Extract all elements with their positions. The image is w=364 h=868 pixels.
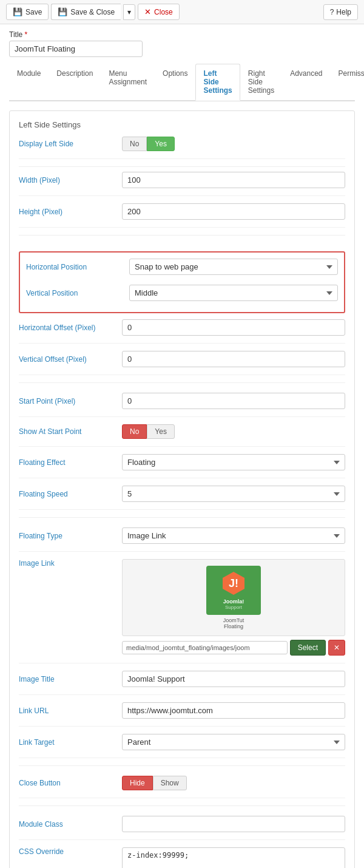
close-button-show[interactable]: Show — [153, 776, 187, 790]
image-preview-box: J! Joomla! Support JoomTut Floating — [122, 559, 345, 636]
vertical-position-row: Vertical Position Middle Top Bottom — [26, 285, 338, 306]
vertical-offset-row: Vertical Offset (Pixel) — [19, 351, 345, 375]
close-icon: ✕ — [144, 7, 151, 16]
horizontal-position-select[interactable]: Snap to web page Left Right Center — [129, 259, 338, 275]
show-at-start-point-no[interactable]: No — [122, 424, 147, 439]
module-class-row: Module Class — [19, 816, 345, 840]
floating-effect-row: Floating Effect Floating Fixed Scroll — [19, 454, 345, 478]
section-title: Left Side Settings — [19, 120, 345, 129]
help-icon: ? — [330, 8, 334, 16]
horizontal-offset-input[interactable] — [122, 319, 345, 336]
floating-type-select[interactable]: Image Link Text Link Custom HTML — [122, 527, 345, 544]
tab-bar: Module Description Menu Assignment Optio… — [9, 63, 355, 101]
start-point-label: Start Point (Pixel) — [19, 397, 122, 405]
save-close-button[interactable]: 💾 Save & Close — [51, 4, 121, 20]
css-override-row: CSS Override z-index:99999; — [19, 847, 345, 868]
vertical-offset-input[interactable] — [122, 351, 345, 367]
save-close-icon: 💾 — [58, 7, 67, 16]
title-field-group: Title * — [9, 30, 355, 57]
save-icon: 💾 — [13, 7, 22, 16]
horizontal-offset-row: Horizontal Offset (Pixel) — [19, 319, 345, 344]
select-image-button[interactable]: Select — [290, 640, 326, 656]
horizontal-offset-label: Horizontal Offset (Pixel) — [19, 324, 122, 332]
divider-6 — [19, 805, 345, 806]
close-button-label: Close Button — [19, 779, 122, 787]
floating-effect-select[interactable]: Floating Fixed Scroll — [122, 454, 345, 470]
svg-text:J!: J! — [229, 577, 238, 589]
horizontal-position-row: Horizontal Position Snap to web page Lef… — [26, 259, 338, 280]
width-label: Width (Pixel) — [19, 176, 122, 185]
save-button[interactable]: 💾 Save — [6, 4, 49, 20]
help-button[interactable]: ? Help — [323, 4, 358, 20]
toolbar: 💾 Save 💾 Save & Close ▾ ✕ Close ? Help — [0, 0, 364, 24]
floating-speed-row: Floating Speed 1234 567 8910 — [19, 486, 345, 510]
width-input[interactable] — [122, 172, 345, 188]
link-url-label: Link URL — [19, 707, 122, 715]
display-left-side-row: Display Left Side No Yes — [19, 137, 345, 159]
divider-2 — [19, 235, 345, 236]
required-indicator: * — [25, 30, 28, 39]
floating-type-row: Floating Type Image Link Text Link Custo… — [19, 527, 345, 552]
display-left-side-label: Display Left Side — [19, 140, 122, 148]
tab-module[interactable]: Module — [9, 64, 49, 101]
tab-right-side-settings[interactable]: Right Side Settings — [240, 64, 282, 101]
image-title-input[interactable] — [122, 671, 345, 687]
display-left-side-no[interactable]: No — [122, 137, 147, 151]
floating-effect-label: Floating Effect — [19, 458, 122, 467]
tab-description[interactable]: Description — [49, 64, 101, 101]
show-at-start-point-label: Show At Start Point — [19, 427, 122, 436]
link-target-select[interactable]: Parent _blank _self _top — [122, 734, 345, 750]
image-title-row: Image Title — [19, 671, 345, 695]
file-input-row: Select ✕ — [122, 640, 345, 656]
start-point-input[interactable] — [122, 393, 345, 409]
start-point-row: Start Point (Pixel) — [19, 393, 345, 417]
width-row: Width (Pixel) — [19, 172, 345, 196]
close-label: Close — [154, 8, 173, 16]
tab-permissions[interactable]: Permissions — [331, 64, 364, 101]
vertical-position-label: Vertical Position — [26, 289, 129, 297]
divider-4 — [19, 517, 345, 518]
remove-image-button[interactable]: ✕ — [328, 640, 345, 656]
tab-menu-assignment[interactable]: Menu Assignment — [101, 64, 155, 101]
link-target-row: Link Target Parent _blank _self _top — [19, 734, 345, 758]
tab-left-side-settings[interactable]: Left Side Settings — [195, 64, 240, 101]
floating-speed-select[interactable]: 1234 567 8910 — [122, 486, 345, 502]
link-url-input[interactable] — [122, 702, 345, 719]
close-button-hide[interactable]: Hide — [122, 776, 153, 790]
vertical-position-select[interactable]: Middle Top Bottom — [129, 285, 338, 301]
divider-1 — [19, 166, 345, 167]
height-row: Height (Pixel) — [19, 203, 345, 228]
show-at-start-point-yes[interactable]: Yes — [147, 424, 175, 439]
close-button-toggle: Hide Show — [122, 776, 345, 790]
tab-options[interactable]: Options — [155, 64, 195, 101]
image-link-row: Image Link J! — [19, 559, 345, 663]
image-link-label: Image Link — [19, 559, 122, 568]
height-input[interactable] — [122, 203, 345, 220]
display-left-side-yes[interactable]: Yes — [147, 137, 175, 151]
title-label: Title * — [9, 30, 355, 39]
display-left-side-toggle: No Yes — [122, 137, 345, 151]
image-title-label: Image Title — [19, 675, 122, 683]
css-override-textarea[interactable]: z-index:99999; — [122, 847, 345, 868]
height-label: Height (Pixel) — [19, 208, 122, 216]
title-input[interactable] — [9, 41, 143, 57]
left-side-settings-section: Left Side Settings Display Left Side No … — [9, 110, 355, 868]
close-button[interactable]: ✕ Close — [138, 4, 180, 20]
floating-speed-label: Floating Speed — [19, 490, 122, 498]
floating-type-label: Floating Type — [19, 532, 122, 540]
file-path-input[interactable] — [122, 641, 288, 654]
link-url-row: Link URL — [19, 702, 345, 727]
position-highlight-box: Horizontal Position Snap to web page Lef… — [19, 251, 345, 313]
tab-advanced[interactable]: Advanced — [282, 64, 330, 101]
save-close-dropdown[interactable]: ▾ — [123, 4, 135, 20]
save-close-label: Save & Close — [70, 8, 115, 16]
help-label: Help — [336, 8, 351, 16]
divider-5 — [19, 765, 345, 766]
module-class-label: Module Class — [19, 820, 122, 829]
horizontal-position-label: Horizontal Position — [26, 263, 129, 271]
css-override-label: CSS Override — [19, 847, 122, 856]
link-target-label: Link Target — [19, 738, 122, 747]
module-class-input[interactable] — [122, 816, 345, 832]
show-at-start-point-toggle: No Yes — [122, 424, 345, 439]
vertical-offset-label: Vertical Offset (Pixel) — [19, 355, 122, 364]
